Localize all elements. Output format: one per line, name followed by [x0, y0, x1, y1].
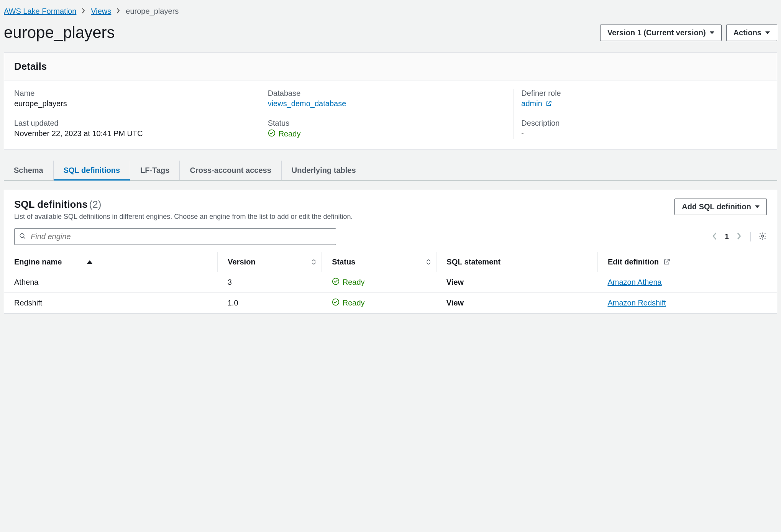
tab-sql-definitions[interactable]: SQL definitions [54, 161, 130, 180]
actions-button[interactable]: Actions [726, 25, 777, 41]
table-row: Redshift 1.0 Ready View Amazon Redshift [4, 293, 777, 314]
breadcrumb-root-link[interactable]: AWS Lake Formation [4, 7, 76, 16]
details-panel: Details Name europe_players Last updated… [4, 53, 777, 150]
version-selector-label: Version 1 (Current version) [607, 28, 706, 37]
status-label: Status [268, 119, 506, 128]
col-stmt-label: SQL statement [446, 258, 500, 266]
version-selector[interactable]: Version 1 (Current version) [600, 25, 722, 41]
search-input[interactable] [30, 232, 331, 241]
breadcrumb-views-link[interactable]: Views [91, 7, 111, 16]
definer-link[interactable]: admin [521, 99, 552, 108]
prev-page-button[interactable] [712, 232, 717, 241]
col-engine-name[interactable]: Engine name [4, 252, 218, 272]
sort-asc-icon [87, 260, 92, 264]
sql-definitions-table: Engine name Version Status [4, 252, 777, 313]
check-circle-icon [268, 129, 276, 139]
col-edit-definition[interactable]: Edit definition [597, 252, 777, 272]
cell-stmt: View [436, 293, 598, 314]
definer-label: Definer role [521, 89, 759, 98]
col-sql-statement[interactable]: SQL statement [436, 252, 598, 272]
database-label: Database [268, 89, 506, 98]
col-edit-label: Edit definition [608, 258, 659, 266]
sql-title: SQL definitions [14, 199, 88, 210]
tab-schema[interactable]: Schema [14, 161, 54, 180]
chevron-right-icon [82, 8, 85, 15]
tab-cross-account[interactable]: Cross-account access [180, 161, 281, 180]
tab-underlying-tables[interactable]: Underlying tables [282, 161, 366, 180]
gear-icon [758, 235, 767, 241]
cell-version: 1.0 [218, 293, 322, 314]
sql-count: (2) [89, 199, 102, 210]
status-text: Ready [343, 299, 365, 307]
search-icon [19, 233, 26, 241]
cell-engine: Redshift [4, 293, 218, 314]
add-sql-definition-button[interactable]: Add SQL definition [674, 199, 767, 215]
cell-version: 3 [218, 272, 322, 293]
svg-point-3 [332, 278, 339, 285]
svg-point-2 [761, 235, 764, 237]
caret-down-icon [765, 31, 770, 34]
table-row: Athena 3 Ready View Amazon Athena [4, 272, 777, 293]
col-status-label: Status [332, 258, 355, 266]
database-link[interactable]: views_demo_database [268, 99, 346, 108]
external-link-icon [661, 258, 670, 266]
status-value: Ready [268, 129, 301, 139]
edit-definition-link[interactable]: Amazon Athena [607, 278, 661, 286]
cell-status: Ready [322, 272, 436, 293]
add-sql-label: Add SQL definition [682, 202, 751, 211]
cell-engine: Athena [4, 272, 218, 293]
search-input-wrap[interactable] [14, 228, 336, 245]
name-label: Name [14, 89, 252, 98]
breadcrumb: AWS Lake Formation Views europe_players [4, 4, 777, 21]
sql-description: List of available SQL definitions in dif… [14, 213, 670, 221]
description-label: Description [521, 119, 759, 128]
cell-stmt: View [436, 272, 598, 293]
edit-definition-link[interactable]: Amazon Redshift [607, 299, 666, 307]
breadcrumb-current: europe_players [126, 7, 179, 16]
pagination: 1 [712, 232, 744, 241]
page-number: 1 [725, 232, 729, 241]
caret-down-icon [710, 31, 714, 34]
name-value: europe_players [14, 99, 252, 108]
col-engine-label: Engine name [14, 258, 62, 266]
col-version-label: Version [228, 258, 255, 266]
cell-status: Ready [322, 293, 436, 314]
next-page-button[interactable] [737, 232, 742, 241]
last-updated-label: Last updated [14, 119, 252, 128]
col-version[interactable]: Version [218, 252, 322, 272]
svg-point-0 [268, 130, 275, 136]
settings-button[interactable] [750, 232, 767, 241]
sql-definitions-panel: SQL definitions (2) List of available SQ… [4, 190, 777, 314]
actions-label: Actions [733, 28, 761, 37]
sort-icon [312, 258, 316, 266]
status-text: Ready [343, 278, 365, 287]
svg-point-1 [20, 233, 24, 238]
sort-icon [426, 258, 431, 266]
col-status[interactable]: Status [322, 252, 436, 272]
tabs: Schema SQL definitions LF-Tags Cross-acc… [4, 161, 777, 181]
page-title: europe_players [4, 23, 596, 42]
check-circle-icon [332, 277, 340, 287]
svg-point-4 [332, 299, 339, 305]
definer-link-text: admin [521, 99, 542, 108]
tab-lf-tags[interactable]: LF-Tags [130, 161, 180, 180]
check-circle-icon [332, 298, 340, 308]
chevron-right-icon [116, 8, 120, 15]
details-title: Details [4, 53, 777, 80]
external-link-icon [544, 99, 552, 108]
status-text: Ready [279, 130, 301, 138]
description-value: - [521, 129, 759, 138]
caret-down-icon [755, 205, 760, 208]
last-updated-value: November 22, 2023 at 10:41 PM UTC [14, 129, 252, 138]
